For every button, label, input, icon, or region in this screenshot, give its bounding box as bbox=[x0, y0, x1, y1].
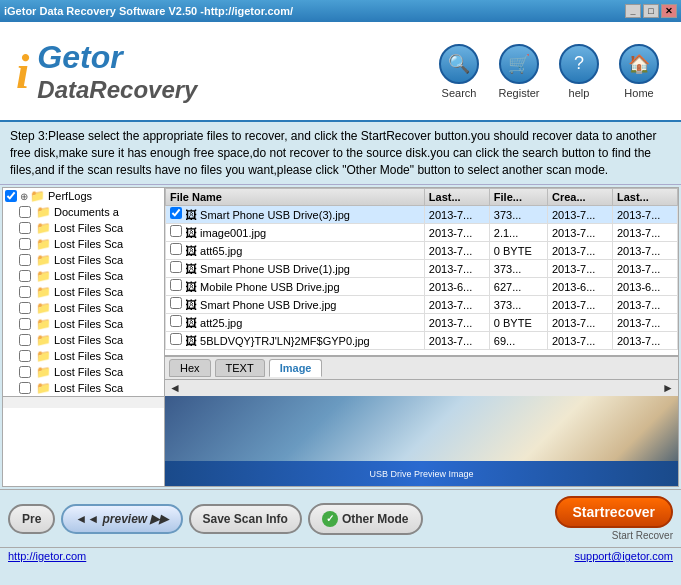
tree-item[interactable]: 📁 Lost Files Sca bbox=[3, 300, 164, 316]
column-header[interactable]: File Name bbox=[166, 189, 425, 206]
folder-icon: 📁 bbox=[36, 301, 51, 315]
column-header[interactable]: Crea... bbox=[547, 189, 612, 206]
file-cell[interactable]: 🖼 Smart Phone USB Drive.jpg bbox=[166, 296, 425, 314]
table-row[interactable]: 🖼 att25.jpg 2013-7... 0 BYTE 2013-7... 2… bbox=[166, 314, 678, 332]
tree-items: ⊕ 📁 PerfLogs 📁 Documents a 📁 Lost Files … bbox=[3, 188, 164, 396]
file-cell[interactable]: 🖼 att25.jpg bbox=[166, 314, 425, 332]
column-header[interactable]: Last... bbox=[612, 189, 677, 206]
table-row[interactable]: 🖼 5BLDVQY}TRJ'LN}2MF$GYP0.jpg 2013-7... … bbox=[166, 332, 678, 350]
file-icon: 🖼 bbox=[185, 226, 197, 240]
created-date-cell: 2013-7... bbox=[547, 206, 612, 224]
preview-tab-text[interactable]: TEXT bbox=[215, 359, 265, 377]
last2-date-cell: 2013-7... bbox=[612, 260, 677, 278]
table-row[interactable]: 🖼 image001.jpg 2013-7... 2.1... 2013-7..… bbox=[166, 224, 678, 242]
table-row[interactable]: 🖼 Smart Phone USB Drive.jpg 2013-7... 37… bbox=[166, 296, 678, 314]
tree-item[interactable]: ⊕ 📁 PerfLogs bbox=[3, 188, 164, 204]
other-mode-button[interactable]: ✓ Other Mode bbox=[308, 503, 423, 535]
file-checkbox[interactable] bbox=[170, 243, 182, 255]
column-header[interactable]: File... bbox=[489, 189, 547, 206]
tree-item[interactable]: 📁 Lost Files Sca bbox=[3, 284, 164, 300]
last2-date-cell: 2013-7... bbox=[612, 242, 677, 260]
preview-next-arrow[interactable]: ► bbox=[662, 381, 674, 395]
table-row[interactable]: 🖼 att65.jpg 2013-7... 0 BYTE 2013-7... 2… bbox=[166, 242, 678, 260]
tree-checkbox[interactable] bbox=[5, 190, 17, 202]
file-size-cell: 2.1... bbox=[489, 224, 547, 242]
nav-search-button[interactable]: 🔍 Search bbox=[433, 44, 485, 99]
tree-checkbox[interactable] bbox=[19, 334, 31, 346]
preview-prev-arrow[interactable]: ◄ bbox=[169, 381, 181, 395]
close-button[interactable]: ✕ bbox=[661, 4, 677, 18]
logo-text: Getor DataRecovery bbox=[37, 39, 197, 104]
file-cell[interactable]: 🖼 image001.jpg bbox=[166, 224, 425, 242]
tree-checkbox[interactable] bbox=[19, 286, 31, 298]
file-checkbox[interactable] bbox=[170, 333, 182, 345]
file-table[interactable]: File NameLast...File...Crea...Last... 🖼 … bbox=[165, 188, 678, 356]
tree-checkbox[interactable] bbox=[19, 270, 31, 282]
tree-item[interactable]: 📁 Lost Files Sca bbox=[3, 220, 164, 236]
table-row[interactable]: 🖼 Smart Phone USB Drive(3).jpg 2013-7...… bbox=[166, 206, 678, 224]
tree-item[interactable]: 📁 Lost Files Sca bbox=[3, 348, 164, 364]
tree-item[interactable]: 📁 Lost Files Sca bbox=[3, 364, 164, 380]
created-date-cell: 2013-7... bbox=[547, 224, 612, 242]
logo-datarecovery: DataRecovery bbox=[37, 76, 197, 104]
tree-item[interactable]: 📁 Lost Files Sca bbox=[3, 316, 164, 332]
file-checkbox[interactable] bbox=[170, 261, 182, 273]
preview-tab-image[interactable]: Image bbox=[269, 359, 323, 377]
start-recover-button[interactable]: Startrecover bbox=[555, 496, 674, 528]
column-header[interactable]: Last... bbox=[424, 189, 489, 206]
file-cell[interactable]: 🖼 Smart Phone USB Drive(1).jpg bbox=[166, 260, 425, 278]
file-size-cell: 373... bbox=[489, 260, 547, 278]
email-link[interactable]: support@igetor.com bbox=[574, 550, 673, 562]
tree-item[interactable]: 📁 Lost Files Sca bbox=[3, 252, 164, 268]
tree-expand-icon[interactable]: ⊕ bbox=[20, 191, 28, 202]
file-cell[interactable]: 🖼 5BLDVQY}TRJ'LN}2MF$GYP0.jpg bbox=[166, 332, 425, 350]
nav-register-button[interactable]: 🛒 Register bbox=[493, 44, 545, 99]
file-checkbox[interactable] bbox=[170, 279, 182, 291]
tree-item[interactable]: 📁 Lost Files Sca bbox=[3, 236, 164, 252]
file-checkbox[interactable] bbox=[170, 315, 182, 327]
website-link[interactable]: http://igetor.com bbox=[8, 550, 86, 562]
last2-date-cell: 2013-7... bbox=[612, 332, 677, 350]
folder-icon: 📁 bbox=[36, 349, 51, 363]
file-cell[interactable]: 🖼 Mobile Phone USB Drive.jpg bbox=[166, 278, 425, 296]
prev-button[interactable]: Pre bbox=[8, 504, 55, 534]
file-checkbox[interactable] bbox=[170, 297, 182, 309]
file-tree-panel[interactable]: ⊕ 📁 PerfLogs 📁 Documents a 📁 Lost Files … bbox=[3, 188, 165, 486]
logo-getor: Getor bbox=[37, 39, 197, 76]
save-scan-button[interactable]: Save Scan Info bbox=[189, 504, 302, 534]
preview-tab-hex[interactable]: Hex bbox=[169, 359, 211, 377]
tree-item[interactable]: 📁 Lost Files Sca bbox=[3, 332, 164, 348]
tree-checkbox[interactable] bbox=[19, 222, 31, 234]
tree-checkbox[interactable] bbox=[19, 254, 31, 266]
tree-item[interactable]: 📁 Lost Files Sca bbox=[3, 380, 164, 396]
file-cell[interactable]: 🖼 Smart Phone USB Drive(3).jpg bbox=[166, 206, 425, 224]
tree-checkbox[interactable] bbox=[19, 238, 31, 250]
table-body: 🖼 Smart Phone USB Drive(3).jpg 2013-7...… bbox=[166, 206, 678, 350]
minimize-button[interactable]: _ bbox=[625, 4, 641, 18]
tree-checkbox[interactable] bbox=[19, 366, 31, 378]
maximize-button[interactable]: □ bbox=[643, 4, 659, 18]
file-checkbox[interactable] bbox=[170, 225, 182, 237]
tree-item[interactable]: 📁 Lost Files Sca bbox=[3, 268, 164, 284]
last2-date-cell: 2013-6... bbox=[612, 278, 677, 296]
file-size-cell: 373... bbox=[489, 206, 547, 224]
file-cell[interactable]: 🖼 att65.jpg bbox=[166, 242, 425, 260]
file-checkbox[interactable] bbox=[170, 207, 182, 219]
preview-button[interactable]: ◄◄ preview ▶▶ bbox=[61, 504, 182, 534]
table-row[interactable]: 🖼 Smart Phone USB Drive(1).jpg 2013-7...… bbox=[166, 260, 678, 278]
tree-checkbox[interactable] bbox=[19, 382, 31, 394]
nav-help-button[interactable]: ? help bbox=[553, 44, 605, 99]
nav-icons: 🔍 Search 🛒 Register ? help 🏠 Home bbox=[433, 44, 665, 99]
tree-checkbox[interactable] bbox=[19, 302, 31, 314]
folder-icon: 📁 bbox=[36, 269, 51, 283]
tree-horizontal-scroll[interactable] bbox=[3, 396, 164, 408]
tree-checkbox[interactable] bbox=[19, 350, 31, 362]
tree-checkbox[interactable] bbox=[19, 318, 31, 330]
tree-label: Lost Files Sca bbox=[54, 238, 123, 250]
register-label: Register bbox=[499, 87, 540, 99]
tree-item[interactable]: 📁 Documents a bbox=[3, 204, 164, 220]
table-row[interactable]: 🖼 Mobile Phone USB Drive.jpg 2013-6... 6… bbox=[166, 278, 678, 296]
tree-checkbox[interactable] bbox=[19, 206, 31, 218]
nav-home-button[interactable]: 🏠 Home bbox=[613, 44, 665, 99]
folder-icon: 📁 bbox=[36, 317, 51, 331]
